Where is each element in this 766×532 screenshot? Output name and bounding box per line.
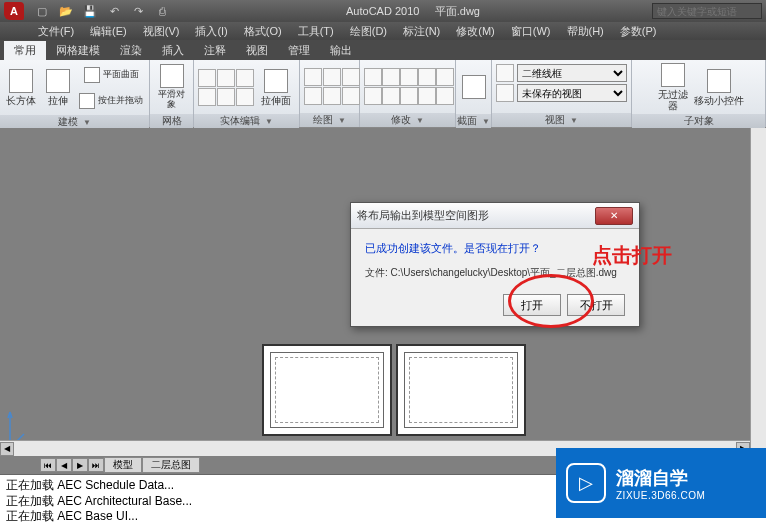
menu-tools[interactable]: 工具(T) <box>290 24 342 39</box>
layout-first-icon[interactable]: ⏮ <box>40 458 56 472</box>
mod-tool-4[interactable] <box>418 68 436 86</box>
close-icon: ✕ <box>610 210 618 221</box>
search-input[interactable] <box>652 3 762 19</box>
mod-tool-6[interactable] <box>364 87 382 105</box>
dialog-titlebar[interactable]: 将布局输出到模型空间图形 ✕ <box>351 203 639 229</box>
panel-sub: 无过滤器 移动小控件 子对象 <box>632 60 766 127</box>
watermark-logo-icon: ▷ <box>566 463 606 503</box>
nofilter-button[interactable]: 无过滤器 <box>654 62 692 112</box>
panel-title-build: 建模 <box>58 115 78 129</box>
mod-tool-1[interactable] <box>364 68 382 86</box>
mod-tool-9[interactable] <box>418 87 436 105</box>
open-button[interactable]: 打开 <box>503 294 561 316</box>
qat-open-icon[interactable]: 📂 <box>55 2 77 20</box>
mod-tool-7[interactable] <box>382 87 400 105</box>
menu-dim[interactable]: 标注(N) <box>395 24 448 39</box>
chevron-down-icon[interactable]: ▼ <box>570 116 578 125</box>
box-button[interactable]: 长方体 <box>4 63 39 113</box>
tab-manage[interactable]: 管理 <box>278 41 320 60</box>
qat-save-icon[interactable]: 💾 <box>79 2 101 20</box>
extrudeface-button[interactable]: 拉伸面 <box>256 62 295 112</box>
mod-tool-5[interactable] <box>436 68 454 86</box>
solid-tool-2[interactable] <box>217 69 235 87</box>
scroll-left-icon[interactable]: ◀ <box>0 442 14 456</box>
vertical-scrollbar[interactable] <box>750 128 766 456</box>
watermark: ▷ 溜溜自学 ZIXUE.3D66.COM <box>556 448 766 518</box>
panel-title-draw: 绘图 <box>313 113 333 127</box>
chevron-down-icon[interactable]: ▼ <box>482 117 490 126</box>
menu-view[interactable]: 视图(V) <box>135 24 188 39</box>
chevron-down-icon[interactable]: ▼ <box>416 116 424 125</box>
tab-annotate[interactable]: 注释 <box>194 41 236 60</box>
draw-tool-6[interactable] <box>342 87 360 105</box>
app-logo[interactable]: A <box>4 2 24 20</box>
qat-print-icon[interactable]: ⎙ <box>151 2 173 20</box>
mod-tool-2[interactable] <box>382 68 400 86</box>
quick-access-toolbar: A ▢ 📂 💾 ↶ ↷ ⎙ AutoCAD 2010 平面.dwg <box>0 0 766 22</box>
mod-tool-10[interactable] <box>436 87 454 105</box>
watermark-brand: 溜溜自学 <box>616 466 705 490</box>
extrude-button[interactable]: 拉伸 <box>41 63 76 113</box>
layout-prev-icon[interactable]: ◀ <box>56 458 72 472</box>
panel-draw: 绘图▼ <box>300 60 360 127</box>
menu-draw[interactable]: 绘图(D) <box>342 24 395 39</box>
menu-modify[interactable]: 修改(M) <box>448 24 503 39</box>
solid-tool-6[interactable] <box>236 88 254 106</box>
solid-tool-3[interactable] <box>236 69 254 87</box>
menu-edit[interactable]: 编辑(E) <box>82 24 135 39</box>
visual-style-select[interactable]: 二维线框 <box>517 64 627 82</box>
panel-view: 二维线框 未保存的视图 视图▼ <box>492 60 632 127</box>
layout-last-icon[interactable]: ⏭ <box>88 458 104 472</box>
panel-solid: 拉伸面 实体编辑▼ <box>194 60 300 127</box>
panel-build: 长方体 拉伸 平面曲面 按住并拖动 建模▼ <box>0 60 150 127</box>
menu-window[interactable]: 窗口(W) <box>503 24 559 39</box>
mod-tool-8[interactable] <box>400 87 418 105</box>
qat-undo-icon[interactable]: ↶ <box>103 2 125 20</box>
mod-tool-3[interactable] <box>400 68 418 86</box>
tab-output[interactable]: 输出 <box>320 41 362 60</box>
qat-redo-icon[interactable]: ↷ <box>127 2 149 20</box>
gizmo-button[interactable]: 移动小控件 <box>694 62 744 112</box>
draw-tool-2[interactable] <box>323 68 341 86</box>
chevron-down-icon[interactable]: ▼ <box>265 117 273 126</box>
solid-tool-5[interactable] <box>217 88 235 106</box>
tab-render[interactable]: 渲染 <box>110 41 152 60</box>
watermark-url: ZIXUE.3D66.COM <box>616 490 705 501</box>
solid-tool-4[interactable] <box>198 88 216 106</box>
view-icon-2[interactable] <box>496 84 514 102</box>
dialog-body: 已成功创建该文件。是否现在打开？ 文件: C:\Users\changeluck… <box>351 229 639 326</box>
view-icon-1[interactable] <box>496 64 514 82</box>
chevron-down-icon[interactable]: ▼ <box>83 118 91 127</box>
draw-tool-4[interactable] <box>304 87 322 105</box>
menu-param[interactable]: 参数(P) <box>612 24 665 39</box>
thumbnail-2[interactable] <box>396 344 526 436</box>
planarsurf-button[interactable]: 平面曲面 <box>77 62 145 87</box>
window-title: AutoCAD 2010 平面.dwg <box>174 4 652 19</box>
presspull-button[interactable]: 按住并拖动 <box>77 88 145 113</box>
tab-mesh[interactable]: 网格建模 <box>46 41 110 60</box>
thumbnail-1[interactable] <box>262 344 392 436</box>
layout-tab-floor2[interactable]: 二层总图 <box>142 457 200 473</box>
draw-tool-3[interactable] <box>342 68 360 86</box>
menu-help[interactable]: 帮助(H) <box>559 24 612 39</box>
section-button[interactable] <box>460 62 487 112</box>
saved-view-select[interactable]: 未保存的视图 <box>517 84 627 102</box>
tab-insert[interactable]: 插入 <box>152 41 194 60</box>
layout-tab-model[interactable]: 模型 <box>104 457 142 473</box>
draw-tool-1[interactable] <box>304 68 322 86</box>
close-button[interactable]: ✕ <box>595 207 633 225</box>
qat-new-icon[interactable]: ▢ <box>31 2 53 20</box>
chevron-down-icon[interactable]: ▼ <box>338 116 346 125</box>
layout-next-icon[interactable]: ▶ <box>72 458 88 472</box>
panel-title-solid: 实体编辑 <box>220 114 260 128</box>
solid-tool-1[interactable] <box>198 69 216 87</box>
draw-tool-5[interactable] <box>323 87 341 105</box>
smooth-button[interactable]: 平滑对象 <box>154 62 189 112</box>
tab-view[interactable]: 视图 <box>236 41 278 60</box>
menu-file[interactable]: 文件(F) <box>30 24 82 39</box>
menu-insert[interactable]: 插入(I) <box>187 24 235 39</box>
extrudeface-icon <box>264 69 288 93</box>
menu-format[interactable]: 格式(O) <box>236 24 290 39</box>
tab-common[interactable]: 常用 <box>4 41 46 60</box>
noopen-button[interactable]: 不打开 <box>567 294 625 316</box>
